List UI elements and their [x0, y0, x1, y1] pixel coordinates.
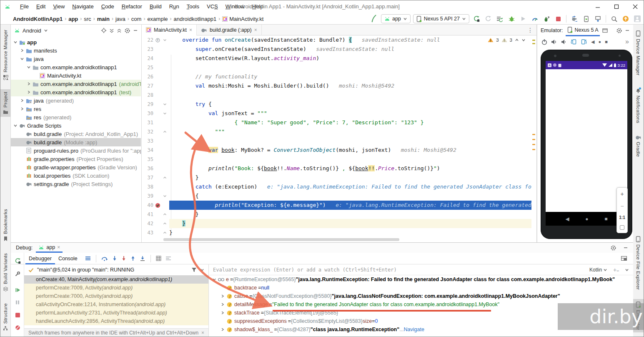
fit-to-window-button[interactable]	[620, 225, 624, 230]
rotate-left-icon[interactable]	[570, 39, 577, 45]
breadcrumb-item[interactable]: src	[84, 16, 91, 22]
thread-selector[interactable]: "main"@5,024 in group "main": RUNNING	[24, 264, 208, 275]
update-available-button[interactable]	[621, 14, 630, 23]
tree-chevron-icon[interactable]	[26, 65, 32, 69]
run-button[interactable]	[472, 14, 481, 23]
menu-tools[interactable]: Tools	[183, 0, 203, 13]
step-into-icon[interactable]	[112, 256, 117, 261]
stop-button[interactable]	[554, 14, 563, 23]
expander-icon[interactable]	[220, 294, 226, 298]
close-button[interactable]	[626, 0, 644, 13]
tree-chevron-icon[interactable]	[19, 57, 25, 61]
phone-overview-icon[interactable]: ■	[604, 216, 607, 222]
breakpoint-icon[interactable]	[153, 203, 162, 208]
debug-run-tab[interactable]: app ×	[36, 243, 63, 253]
settings-wrench-icon[interactable]	[13, 269, 22, 279]
error-stripe[interactable]	[531, 35, 536, 237]
tree-item[interactable]: com.example.androidkotlinapp1(test)	[11, 88, 141, 96]
mute-breakpoints-icon[interactable]	[13, 323, 22, 332]
view-options-icon[interactable]	[165, 256, 171, 261]
code-line[interactable]: 43}	[142, 228, 531, 237]
tree-chevron-icon[interactable]	[19, 98, 25, 103]
tree-chevron-icon[interactable]	[13, 40, 18, 44]
tree-item[interactable]: manifests	[11, 46, 141, 55]
attach-debugger-button[interactable]	[542, 14, 551, 23]
stack-frame[interactable]: onCreate:40, MainActivity (com.example.a…	[24, 275, 208, 284]
profile-button[interactable]	[519, 14, 528, 23]
code-line[interactable]: 38 catch (e:Exception)e: "java.lang.Runt…	[142, 182, 531, 191]
expander-icon[interactable]	[211, 277, 217, 282]
phone-home-icon[interactable]: ●	[585, 216, 588, 222]
tree-chevron-icon[interactable]	[13, 123, 18, 128]
gear-icon[interactable]	[610, 245, 616, 251]
tree-item[interactable]: java	[11, 55, 141, 63]
tree-chevron-icon[interactable]	[26, 82, 32, 86]
evaluate-expression-icon[interactable]	[156, 256, 161, 261]
chevron-down-icon[interactable]	[625, 268, 629, 272]
device-select[interactable]: Nexus 5 API 27	[413, 14, 469, 23]
stack-frame[interactable]: performCreate:7009, Activity (android.ap…	[24, 284, 208, 292]
volume-up-icon[interactable]	[551, 39, 557, 45]
resume-program-icon[interactable]	[13, 285, 22, 294]
home-icon[interactable]: ●	[598, 39, 601, 44]
add-watch-icon[interactable]: +∞	[613, 267, 619, 273]
code-line[interactable]: 30 val jsonText = """	[142, 109, 531, 118]
code-line[interactable]: 41 }	[142, 210, 531, 219]
step-over-icon[interactable]	[101, 256, 108, 261]
float-window-icon[interactable]	[602, 28, 608, 33]
maximize-button[interactable]	[607, 0, 626, 13]
code-line[interactable]: 37 }	[142, 173, 531, 182]
code-line[interactable]: 22 override fun onCreate(savedInstanceSt…	[142, 35, 531, 45]
breadcrumb-item[interactable]: app	[68, 16, 78, 22]
sidebar-tab-device-manager[interactable]: Device Manager	[633, 28, 644, 78]
menu-build[interactable]: Build	[146, 0, 165, 13]
minimize-button[interactable]	[588, 0, 607, 13]
sidebar-tab-gradle[interactable]: Gradle	[633, 132, 644, 159]
volume-down-icon[interactable]	[561, 39, 566, 45]
power-icon[interactable]	[541, 39, 547, 45]
phone-back-icon[interactable]: ◀	[565, 216, 569, 222]
breadcrumb-item[interactable]: androidkotlinapp1	[174, 16, 217, 22]
editor-options-icon[interactable]: ⋮	[527, 27, 533, 33]
code-line[interactable]: 42 }	[142, 219, 531, 228]
tree-item[interactable]: com.example.androidkotlinapp1	[11, 63, 141, 71]
tree-item[interactable]: gradle-wrapper.properties(Gradle Version…	[11, 163, 141, 171]
menu-refactor[interactable]: Refactor	[118, 0, 146, 13]
tree-chevron-icon[interactable]	[26, 90, 32, 94]
tree-item[interactable]: Gradle Scripts	[11, 121, 141, 130]
hide-panel-icon[interactable]	[133, 28, 138, 33]
menu-run[interactable]: Run	[165, 0, 183, 13]
debug-button[interactable]	[507, 14, 516, 23]
rerun-debug-icon[interactable]	[13, 256, 22, 265]
emulator-screen[interactable]: A 3:22 ◀ ● ■	[546, 61, 627, 226]
expand-all-icon[interactable]	[109, 28, 114, 33]
zoom-in-button[interactable]: +	[620, 191, 624, 197]
rotate-right-icon[interactable]	[581, 39, 587, 45]
apply-code-changes-button[interactable]	[495, 14, 504, 23]
sidebar-tab-resource-manager[interactable]: Resource Manager	[0, 27, 10, 83]
editor-tab[interactable]: build.gradle (:app)×	[197, 25, 262, 35]
chevron-down-icon[interactable]	[200, 268, 204, 272]
collapse-all-icon[interactable]	[117, 28, 122, 33]
tab-console[interactable]: Console	[55, 253, 81, 264]
previous-issue-icon[interactable]	[515, 38, 519, 42]
tree-item[interactable]: app	[11, 38, 141, 46]
stack-frame[interactable]: handleLaunchActivity:2856, ActivityThrea…	[24, 317, 208, 325]
tree-item[interactable]: proguard-rules.pro(ProGuard Rules for ":…	[11, 146, 141, 155]
project-view-select[interactable]: Android	[23, 28, 41, 34]
sidebar-tab-notifications[interactable]: Notifications	[633, 85, 644, 126]
sidebar-tab-bookmarks[interactable]: Bookmarks	[0, 206, 10, 244]
tree-item[interactable]: build.gradle(Module :app)	[11, 138, 141, 146]
next-issue-icon[interactable]	[521, 38, 526, 42]
expander-icon[interactable]	[220, 327, 226, 332]
tree-chevron-icon[interactable]	[19, 107, 25, 111]
layout-settings-icon[interactable]	[621, 256, 627, 261]
profiler-button[interactable]	[530, 14, 539, 23]
apply-changes-button[interactable]	[484, 14, 493, 23]
sdk-manager-button[interactable]	[593, 14, 602, 23]
zoom-out-button[interactable]: −	[620, 203, 624, 209]
tree-item[interactable]: java(generated)	[11, 96, 141, 105]
code-line[interactable]: 27 val moshi:Moshi = Moshi.Builder().bui…	[142, 81, 531, 91]
watch-row[interactable]: fbacktrace = null	[209, 284, 633, 292]
code-editor[interactable]: 22 override fun onCreate(savedInstanceSt…	[142, 35, 531, 237]
